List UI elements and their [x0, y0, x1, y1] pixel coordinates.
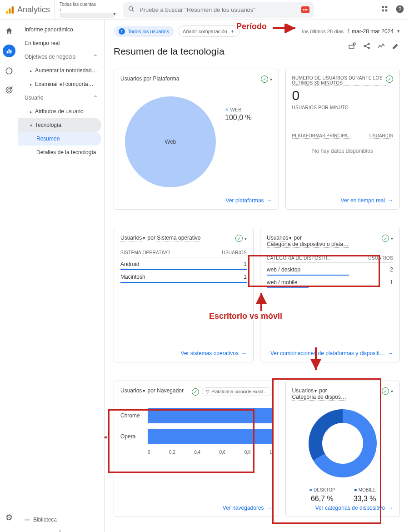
donut-chart [309, 409, 377, 477]
nav-tech-summary[interactable]: Resumen [18, 132, 101, 146]
insights-icon[interactable] [377, 42, 385, 52]
link-view-device-combos[interactable]: Ver combinaciones de plataformas y dispo… [270, 350, 393, 356]
apps-icon[interactable] [381, 5, 389, 15]
account-picker[interactable]: Todas las cuentas › ▾ [55, 0, 119, 20]
admin-gear-icon[interactable]: ⚙ [4, 512, 15, 523]
card-device-category: Usuarios▼ por Categoría de dispositivo o… [260, 228, 400, 362]
card-status-dropdown[interactable]: ✓▾ [261, 75, 272, 83]
link-view-os[interactable]: Ver sistemas operativos→ [181, 350, 247, 356]
link-view-device-categories[interactable]: Ver categorías de dispositivo→ [315, 505, 393, 511]
main-content: T Todos los usuarios Añadir comparación … [105, 20, 409, 532]
search-input[interactable] [140, 6, 296, 13]
pie-legend: ● WEB 100,0 % [225, 105, 252, 187]
explore-icon[interactable] [4, 65, 15, 76]
search-icon [128, 5, 135, 14]
customize-icon[interactable] [348, 42, 356, 52]
table-row: web / desktop2 [267, 263, 393, 275]
edit-icon[interactable] [392, 42, 400, 52]
os-table: Android1 Macintosh1 [120, 257, 247, 283]
filter-icon: ▽ [206, 389, 209, 394]
svg-point-22 [368, 47, 369, 49]
rt-columns: PLATAFORMAS PRINCIPA…USUARIOS [292, 133, 393, 139]
card-platform-title: Usuarios por Plataforma [120, 75, 179, 82]
svg-rect-2 [12, 6, 14, 14]
folder-icon: ▭ [25, 517, 30, 523]
svg-point-20 [364, 45, 365, 47]
card-status-dropdown[interactable]: ✓▾ [235, 235, 247, 242]
svg-point-3 [129, 7, 133, 10]
svg-rect-11 [6, 51, 8, 53]
help-icon[interactable]: ? [395, 5, 404, 15]
card-browser: Usuarios▼ por Navegador ✓ ▽Plataforma co… [114, 381, 279, 517]
table-row: web / mobile1 [267, 276, 393, 287]
svg-line-24 [365, 46, 368, 48]
link-view-realtime[interactable]: Ver en tiempo real→ [341, 197, 393, 204]
table-row: Macintosh1 [120, 270, 247, 282]
check-circle-icon: ✓ [261, 75, 268, 83]
svg-line-23 [365, 44, 368, 45]
page-title: Resumen de la tecnología [114, 46, 224, 57]
pie-chart: Web [125, 96, 216, 187]
card-status-dropdown[interactable]: ✓▾ [382, 387, 393, 395]
table-row: Android1 [120, 257, 247, 269]
nav-group-user[interactable]: Usuario⌃ [18, 91, 104, 105]
side-nav: Informe panorámico En tiempo real Objeti… [18, 20, 105, 532]
svg-rect-0 [6, 10, 8, 13]
check-circle-icon: ✓ [382, 235, 389, 242]
left-rail: ⚙ [0, 20, 18, 532]
check-circle-icon: ✓ [235, 235, 243, 242]
advertising-icon[interactable] [4, 85, 15, 95]
chevron-up-icon: ⌃ [93, 54, 98, 60]
arrow-right-icon: → [388, 197, 393, 204]
filter-chip[interactable]: ▽Plataforma coincide exact… [202, 387, 272, 396]
card-status-dropdown[interactable]: ✓▾ [382, 235, 393, 242]
svg-rect-13 [10, 50, 11, 53]
check-circle-icon: ✓ [382, 387, 389, 395]
card-device-donut: Usuarios▼ por Categoría de dispos… ✓▾ ● … [285, 381, 400, 517]
chevron-up-icon: ⌃ [93, 95, 98, 101]
nav-goal-behavior[interactable]: Examinar el comportamiento … [18, 77, 104, 91]
home-icon[interactable] [4, 25, 15, 36]
pill-all-users[interactable]: T Todos los usuarios [114, 26, 174, 37]
share-icon[interactable] [363, 42, 371, 52]
nav-tech-details[interactable]: Detalles de la tecnología [18, 146, 104, 159]
nav-user-attrs[interactable]: Atributos de usuario [18, 105, 104, 118]
nav-overview[interactable]: Informe panorámico [18, 23, 104, 36]
analytics-logo-icon [5, 5, 15, 15]
nav-tech[interactable]: Tecnología [18, 118, 101, 132]
card-realtime: NÚMERO DE USUARIOS DURANTE LOS ÚLTIMOS 3… [285, 69, 400, 210]
arrow-right-icon: → [388, 505, 393, 511]
product-name: Analytics [17, 5, 50, 15]
nav-goal-awareness[interactable]: Aumentar la notoriedad de la … [18, 64, 104, 77]
search-box[interactable]: ••• [123, 2, 314, 18]
chevron-down-icon[interactable]: ▾ [397, 28, 400, 34]
collapse-nav-icon[interactable]: ‹ [59, 527, 61, 532]
arrow-right-icon: → [241, 350, 247, 356]
top-bar: Analytics Todas las cuentas › ▾ ••• ? [0, 0, 409, 20]
card-os: Usuarios▼ por Sistema operativo ✓▾ SISTE… [114, 228, 254, 362]
pill-add-comparison[interactable]: Añadir comparación ＋ [178, 25, 240, 37]
arrow-right-icon: → [267, 505, 272, 511]
chevron-down-icon: ▾ [270, 77, 272, 82]
svg-rect-1 [9, 8, 11, 14]
svg-text:?: ? [399, 6, 402, 12]
nav-realtime[interactable]: En tiempo real [18, 36, 104, 50]
reports-icon[interactable] [3, 45, 15, 57]
donut-legend: ● DESKTOP66,7 % ● MOBILE33,3 % [309, 487, 376, 503]
chevron-down-icon: ▾ [391, 236, 393, 241]
device-table: web / desktop2 web / mobile1 [267, 263, 393, 288]
rt-nodata: No hay datos disponibles [292, 148, 393, 154]
period-preset: los últimos 28 días [302, 29, 344, 34]
product-logo[interactable]: Analytics [5, 5, 50, 15]
link-view-browsers[interactable]: Ver navegadores→ [223, 505, 272, 511]
svg-line-4 [132, 10, 134, 11]
nav-group-goals[interactable]: Objetivos de negocio⌃ [18, 50, 104, 64]
link-view-platforms[interactable]: Ver plataformas→ [226, 197, 272, 204]
chevron-down-icon: ▾ [244, 236, 247, 241]
arrow-right-icon: → [388, 350, 393, 356]
search-badge: ••• [301, 6, 310, 13]
chevron-down-icon: ▾ [113, 10, 116, 17]
svg-rect-5 [382, 6, 384, 8]
date-range-picker[interactable]: 1 mar-28 mar 2024 [347, 28, 394, 35]
nav-library[interactable]: ▭ Biblioteca [25, 517, 57, 523]
